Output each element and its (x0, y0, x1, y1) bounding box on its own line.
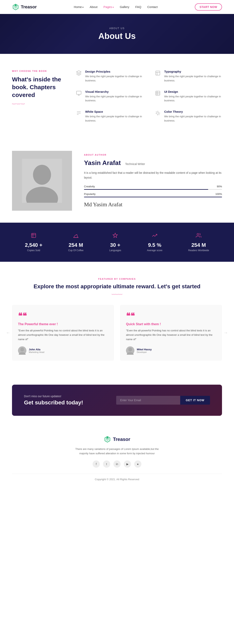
start-now-button[interactable]: START NOW (195, 4, 222, 10)
chapter-title-1: Typography (164, 70, 222, 73)
svg-marker-11 (113, 233, 118, 238)
skill-fill-1 (84, 197, 222, 197)
testimonials-label: FEATURED BY COMPANIES (12, 278, 222, 280)
chapter-desc-3: We bring the right people together to ch… (164, 94, 222, 103)
stat-icon-1 (68, 232, 84, 240)
stat-number-2: 30 + (109, 242, 121, 248)
svg-point-16 (127, 352, 134, 355)
social-linkedin-icon[interactable]: in (113, 460, 121, 468)
testimonial-card-0: ❝❝ The Powerful theme ever ! "Even the a… (12, 305, 114, 361)
chapter-title-4: White Space (85, 110, 143, 113)
carousel-next-button[interactable]: → (223, 330, 228, 335)
nav-contact[interactable]: Contact (147, 5, 158, 8)
chapters-section: WHY CHOOSE THE BOOK What's inside the bo… (0, 54, 234, 139)
nav-about[interactable]: About (90, 5, 97, 8)
stat-number-0: 2,540 + (25, 242, 42, 248)
stat-number-1: 254 M (68, 242, 84, 248)
hero-banner: ABOUT US About Us (0, 14, 234, 54)
testimonial-text-1: "Even the all-powerful Pointing has no c… (126, 328, 216, 342)
skill-bar-1: Popularity 100% (84, 192, 222, 197)
stat-label-4: Readers Worldwide (188, 249, 209, 252)
carousel-prev-button[interactable]: ← (6, 330, 11, 335)
nav-home[interactable]: Home (74, 5, 84, 8)
testimonial-author-name-0: John Alia (29, 348, 44, 351)
subscribe-section: Don't miss our future updates! Get subsc… (12, 385, 222, 416)
stat-item-4: 254 M Readers Worldwide (188, 232, 209, 252)
footer-logo-icon (104, 436, 111, 443)
testimonials-grid: ❝❝ The Powerful theme ever ! "Even the a… (12, 305, 222, 361)
chapter-title-0: Design Principles (85, 70, 143, 73)
social-other-icon[interactable]: ● (134, 460, 141, 468)
stat-item-3: 9.5 % Average score (147, 232, 162, 252)
stat-icon-3 (147, 232, 162, 240)
chapter-item: Visual Hierarchy We bring the right peop… (76, 90, 143, 103)
testimonial-author-name-1: Mikel Hassy (137, 348, 152, 351)
stat-item-2: 30 + Languages (109, 232, 121, 252)
skill-label-0: Creativity 90% (84, 185, 222, 188)
stat-icon-2 (109, 232, 121, 240)
testimonial-author-title-1: Developer (137, 351, 152, 353)
social-youtube-icon[interactable]: ▶ (124, 460, 131, 468)
testimonials-title: Explore the most appropriate ultimate re… (12, 282, 222, 290)
stat-icon-4 (188, 232, 209, 240)
chapter-icon-1 (155, 70, 161, 76)
svg-rect-3 (156, 71, 160, 75)
subscribe-button[interactable]: GET IT NOW (180, 396, 210, 404)
author-signature: Md Yasim Arafat (84, 201, 222, 208)
skill-track-1 (84, 197, 222, 197)
chapter-desc-1: We bring the right people together to ch… (164, 74, 222, 83)
stat-item-0: 2,540 + Copies Sold (25, 232, 42, 252)
subscribe-subtitle: Don't miss our future updates! (24, 394, 83, 398)
chapter-item: White Space We bring the right people to… (76, 110, 143, 123)
testimonial-title-0: The Powerful theme ever ! (18, 322, 108, 326)
chapter-icon-4 (76, 110, 82, 117)
chapter-icon-0 (76, 70, 82, 76)
skill-track-0 (84, 189, 222, 190)
stat-label-0: Copies Sold (25, 249, 42, 252)
author-role: Technical Writer (125, 162, 145, 166)
testimonial-title-1: Quick Start with them ! (126, 322, 216, 326)
author-label: ABOUT AUTHOR (84, 154, 222, 156)
skill-fill-0 (84, 189, 208, 190)
social-twitter-icon[interactable]: t (103, 460, 110, 468)
testimonial-avatar-1 (126, 346, 134, 355)
footer-social: ftin▶● (12, 460, 222, 468)
logo[interactable]: Treasor (12, 4, 37, 10)
svg-point-14 (19, 352, 26, 355)
footer-divider (12, 474, 222, 474)
subscribe-email-input[interactable] (116, 396, 180, 404)
author-bio: It is a long established fact that a rea… (84, 170, 222, 180)
nav-gallery[interactable]: Gallery (120, 5, 129, 8)
footer-logo: Treasor (12, 436, 222, 443)
stat-label-1: Cup Of Coffee (68, 249, 84, 252)
stat-number-4: 254 M (188, 242, 209, 248)
chapter-item: Typography We bring the right people tog… (155, 70, 222, 83)
stat-number-3: 9.5 % (147, 242, 162, 248)
chapters-left: WHY CHOOSE THE BOOK What's inside the bo… (12, 70, 64, 123)
stat-label-2: Languages (109, 249, 121, 252)
chapter-icon-3 (155, 90, 161, 97)
chapter-title-3: UI Design (164, 90, 222, 93)
hero-title: About Us (98, 31, 136, 41)
footer-copyright: Copyright © 2021. All Rights Reserved (12, 478, 222, 481)
author-photo (22, 159, 62, 203)
footer-description: There are many variations of passages of… (71, 447, 163, 456)
chapter-item: UI Design We bring the right people toge… (155, 90, 222, 103)
nav-menu: Home About Pages Gallery FAQ Contact (74, 5, 158, 9)
stats-banner: 2,540 + Copies Sold 254 M Cup Of Coffee … (0, 223, 234, 262)
nav-pages[interactable]: Pages (103, 5, 114, 8)
stat-label-3: Average score (147, 249, 162, 252)
chapter-desc-5: We bring the right people together to ch… (164, 114, 222, 123)
chapters-items: Design Principles We bring the right peo… (76, 70, 222, 123)
author-section: ABOUT AUTHOR Yasin Arafat Technical Writ… (0, 139, 234, 223)
chapter-icon-5 (155, 110, 161, 117)
subscribe-right: GET IT NOW (116, 396, 210, 404)
social-facebook-icon[interactable]: f (93, 460, 100, 468)
subscribe-title: Get subscribed today! (24, 400, 83, 406)
testimonial-text-0: "Even the all-powerful Pointing has no c… (18, 328, 108, 342)
author-name: Yasin Arafat (84, 159, 121, 166)
svg-point-13 (20, 348, 24, 352)
nav-faq[interactable]: FAQ (135, 5, 141, 8)
chapter-desc-0: We bring the right people together to ch… (85, 74, 143, 83)
skill-label-1: Popularity 100% (84, 192, 222, 196)
